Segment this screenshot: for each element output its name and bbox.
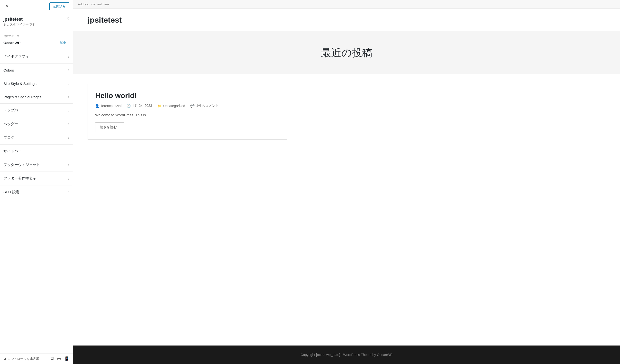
preview-site-title: jpsitetest (88, 15, 605, 25)
menu-item-pages-label: Pages & Special Pages (3, 95, 42, 99)
chevron-right-icon: › (68, 149, 69, 153)
close-button[interactable]: ✕ (3, 3, 11, 10)
post-meta: 👤 ferencpusztai - 🕐 4月 24, 2023 - 📁 Unca… (95, 104, 279, 108)
theme-row: OceanWP 変更 (3, 39, 69, 46)
menu-item-sidebar-label: サイドバー (3, 149, 22, 153)
menu-item-footer-copyright[interactable]: フッター著作権表示 › (0, 172, 73, 185)
site-info-text: jpsitetest をカスタマイズ中です (3, 17, 35, 27)
post-card: Hello world! 👤 ferencpusztai - 🕐 4月 24, … (88, 84, 287, 140)
post-comments: 1件のコメント (196, 104, 219, 108)
help-icon[interactable]: ? (67, 17, 69, 22)
posts-area: Hello world! 👤 ferencpusztai - 🕐 4月 24, … (73, 74, 620, 346)
menu-item-seo-label: SEO 設定 (3, 190, 19, 194)
chevron-right-icon: › (68, 68, 69, 72)
customizer-sidebar: ✕ 公開済み jpsitetest をカスタマイズ中です ? 現在のテーマ Oc… (0, 0, 73, 364)
menu-item-colors-label: Colors (3, 68, 14, 72)
device-icons: 🖥 ▭ 📱 (50, 356, 69, 362)
mobile-icon[interactable]: 📱 (64, 356, 69, 362)
preview-footer: Copyright [oceanwp_date] - WordPress The… (73, 346, 620, 364)
site-info: jpsitetest をカスタマイズ中です ? (0, 13, 73, 31)
site-title-bar: jpsitetest (73, 9, 620, 31)
menu-item-seo[interactable]: SEO 設定 › (0, 185, 73, 199)
read-more-button[interactable]: 続きを読む › (95, 122, 124, 132)
post-title: Hello world! (95, 91, 279, 100)
chevron-right-icon: › (68, 122, 69, 126)
hide-controls-label: コントロールを非表示 (8, 357, 39, 361)
menu-item-blog-label: ブログ (3, 135, 14, 140)
chevron-right-icon: › (68, 55, 69, 59)
hide-controls-button[interactable]: ◀ コントロールを非表示 (3, 357, 39, 361)
meta-sep-2: - (154, 104, 155, 108)
menu-item-typography[interactable]: タイポグラフィ › (0, 50, 73, 63)
meta-sep-1: - (123, 104, 124, 108)
post-category: Uncategorized (163, 104, 185, 108)
preview-top-bar: Add your content here (73, 0, 620, 9)
menu-item-site-style-label: Site Style & Settings (3, 81, 36, 86)
post-author: ferencpusztai (101, 104, 122, 108)
folder-icon: 📁 (157, 104, 161, 108)
desktop-icon[interactable]: 🖥 (50, 356, 54, 362)
chevron-right-icon: › (68, 176, 69, 181)
chevron-right-icon: › (68, 95, 69, 99)
menu-item-header[interactable]: ヘッダー › (0, 117, 73, 131)
preview-content: jpsitetest 最近の投稿 Hello world! 👤 ferencpu… (73, 9, 620, 364)
footer-copyright-text: Copyright [oceanwp_date] - WordPress The… (300, 353, 392, 357)
recent-posts-section: 最近の投稿 (73, 31, 620, 74)
menu-item-footer-widgets-label: フッターウィジェット (3, 163, 40, 167)
comment-icon: 💬 (190, 104, 194, 108)
theme-label: 現在のテーマ (3, 34, 69, 38)
chevron-right-icon: › (118, 125, 120, 129)
chevron-right-icon: › (68, 136, 69, 140)
menu-item-colors[interactable]: Colors › (0, 63, 73, 77)
chevron-right-icon: › (68, 163, 69, 167)
site-subtitle: をカスタマイズ中です (3, 22, 35, 27)
menu-item-topbar[interactable]: トップバー › (0, 104, 73, 117)
sidebar-footer: ◀ コントロールを非表示 🖥 ▭ 📱 (0, 353, 73, 364)
sidebar-header: ✕ 公開済み (0, 0, 73, 13)
preview-area: Add your content here jpsitetest 最近の投稿 H… (73, 0, 620, 364)
arrow-left-icon: ◀ (3, 357, 6, 361)
meta-sep-3: - (187, 104, 188, 108)
menu-item-sidebar[interactable]: サイドバー › (0, 145, 73, 158)
tablet-icon[interactable]: ▭ (57, 356, 61, 362)
menu-item-header-label: ヘッダー (3, 122, 18, 126)
post-author-icon: 👤 (95, 104, 99, 108)
menu-item-site-style[interactable]: Site Style & Settings › (0, 77, 73, 90)
recent-posts-heading: 最近の投稿 (88, 46, 605, 60)
chevron-right-icon: › (68, 190, 69, 194)
menu-item-footer-widgets[interactable]: フッターウィジェット › (0, 158, 73, 172)
site-name: jpsitetest (3, 17, 35, 22)
chevron-right-icon: › (68, 81, 69, 86)
menu-item-typography-label: タイポグラフィ (3, 54, 29, 59)
post-excerpt: Welcome to WordPress. This is … (95, 113, 279, 117)
preview-top-bar-text: Add your content here (78, 2, 109, 6)
post-date: 4月 24, 2023 (133, 104, 152, 108)
chevron-right-icon: › (68, 108, 69, 113)
change-theme-button[interactable]: 変更 (57, 39, 69, 46)
menu-item-topbar-label: トップバー (3, 108, 22, 113)
menu-item-pages[interactable]: Pages & Special Pages › (0, 90, 73, 104)
theme-section: 現在のテーマ OceanWP 変更 (0, 31, 73, 50)
menu-list: タイポグラフィ › Colors › Site Style & Settings… (0, 50, 73, 353)
clock-icon: 🕐 (126, 104, 131, 108)
theme-name: OceanWP (3, 41, 20, 45)
menu-item-blog[interactable]: ブログ › (0, 131, 73, 145)
menu-item-footer-copyright-label: フッター著作権表示 (3, 176, 36, 181)
publish-button[interactable]: 公開済み (49, 2, 69, 10)
read-more-label: 続きを読む (100, 125, 117, 129)
